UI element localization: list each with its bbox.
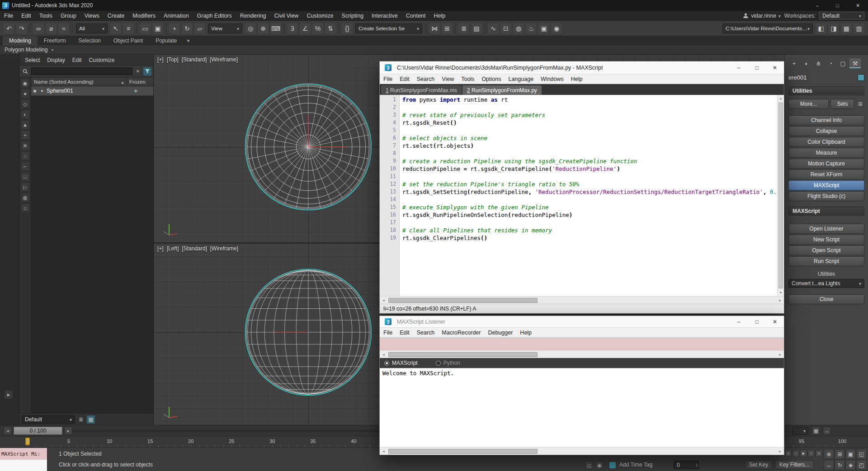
listener-menu-help[interactable]: Help [516, 330, 535, 336]
ribbon-tab-populate[interactable]: Populate [149, 36, 183, 45]
menu-group[interactable]: Group [57, 11, 80, 20]
window-crossing-toggle-icon[interactable]: ▣ [152, 23, 164, 34]
menu-create[interactable]: Create [104, 11, 129, 20]
editor-menu-tools[interactable]: Tools [458, 76, 478, 82]
groups-filter-icon[interactable]: □ [21, 172, 30, 181]
listener-menu-macrorecorder[interactable]: MacroRecorder [438, 330, 484, 336]
editor-titlebar[interactable]: 3 C:\Users\Vidar Rinne\Documents\3dsMax\… [380, 61, 784, 74]
key-filters-button[interactable]: Key Filters... [775, 460, 814, 469]
modify-tab-icon[interactable]: ◗ [801, 58, 812, 68]
user-account-menu[interactable]: vidar.rinne [743, 13, 780, 19]
utility-button-maxscript[interactable]: MAXScript [788, 180, 864, 190]
viewport-menu-style[interactable]: [Standard] [182, 245, 207, 252]
selection-lock-icon[interactable]: ◉ [595, 461, 604, 469]
menu-tools[interactable]: Tools [35, 11, 57, 20]
utilities-script-dropdown[interactable]: Convert t...ea Lights [788, 279, 864, 288]
object-color-swatch[interactable] [858, 74, 864, 81]
scrollbar-thumb[interactable] [388, 449, 538, 454]
next-frame-icon[interactable]: › [808, 450, 815, 457]
utility-button-measure[interactable]: Measure [788, 148, 864, 158]
scrollbar-thumb[interactable] [778, 103, 783, 288]
select-and-move-icon[interactable]: + [169, 23, 180, 34]
visibility-icon[interactable]: ◉ [31, 89, 38, 93]
viewport-menu-style[interactable]: [Standard] [182, 57, 207, 63]
go-to-end-icon[interactable]: » [816, 450, 822, 457]
explorer-menu-customize[interactable]: Customize [85, 57, 118, 63]
particles-filter-icon[interactable]: ∴ [21, 151, 30, 160]
expand-panel-icon[interactable] [4, 390, 13, 399]
editor-menu-file[interactable]: File [380, 76, 396, 82]
scroll-down-icon[interactable] [778, 289, 784, 296]
select-and-link-icon[interactable]: ∞ [33, 23, 44, 34]
track-view-icon[interactable]: ▦ [812, 427, 820, 435]
menu-interactive[interactable]: Interactive [368, 11, 402, 20]
menu-file[interactable]: File [0, 11, 17, 20]
bind-to-spacewarp-icon[interactable]: ≈ [58, 23, 70, 34]
rectangular-selection-region-icon[interactable]: ▭ [139, 23, 151, 34]
unlink-selection-icon[interactable]: ⌀ [45, 23, 57, 34]
previous-frame-icon[interactable]: ◂ [4, 427, 12, 435]
column-header-frozen[interactable]: Frozen [127, 77, 153, 86]
display-all-filter-icon[interactable]: ◉ [21, 79, 30, 88]
maximize-icon[interactable]: □ [748, 316, 766, 327]
render-shaded-icon[interactable]: ◧ [815, 23, 827, 34]
field-of-view-icon[interactable]: ◈ [845, 460, 856, 470]
viewport-menu-view[interactable]: [Left] [167, 245, 179, 252]
workspace-dropdown[interactable]: Default [819, 12, 864, 19]
align-icon[interactable]: ⊞ [441, 23, 453, 34]
utility-button-color-clipboard[interactable]: Color Clipboard [788, 137, 864, 147]
listener-menu-debugger[interactable]: Debugger [484, 330, 516, 336]
menu-civil-view[interactable]: Civil View [270, 11, 302, 20]
minimize-icon[interactable]: – [730, 316, 748, 327]
hierarchy-tab-icon[interactable]: ⋔ [813, 58, 824, 68]
menu-content[interactable]: Content [402, 11, 430, 20]
play-icon[interactable]: ► [800, 450, 807, 457]
listener-titlebar[interactable]: 3 MAXScript Listener – □ ✕ [380, 316, 784, 328]
timeline-options-dropdown[interactable] [792, 427, 808, 435]
scroll-left-icon[interactable] [380, 297, 387, 304]
shapes-filter-icon[interactable]: ◇ [21, 99, 30, 108]
bones-filter-icon[interactable]: ⌐ [21, 162, 30, 171]
percent-snap-icon[interactable]: % [312, 23, 324, 34]
viewport-menu-general[interactable]: [+] [157, 245, 164, 252]
rendered-frame-window-icon[interactable]: ▣ [538, 23, 550, 34]
display-tab-icon[interactable]: ▢ [837, 58, 849, 68]
minimize-icon[interactable] [807, 0, 827, 11]
editor-menu-view[interactable]: View [438, 76, 458, 82]
project-folder-field[interactable]: C:\Users\Vidar Rinne\Documents\3ds Max 2… [722, 24, 813, 33]
zoom-extents-icon[interactable]: ▣ [845, 449, 856, 459]
utility-button-channel-info[interactable]: Channel Info [788, 115, 864, 125]
scroll-right-icon[interactable] [776, 447, 784, 455]
scroll-right-icon[interactable] [776, 297, 784, 304]
pan-icon[interactable]: ↔ [824, 460, 834, 470]
macro-recorder-scrollbar[interactable] [380, 350, 784, 358]
editor-gutter[interactable]: 12345678910111213141516171819 [380, 95, 400, 296]
editor-menu-options[interactable]: Options [478, 76, 505, 82]
menu-modifiers[interactable]: Modifiers [128, 11, 160, 20]
viewport-menu-view[interactable]: [Top] [167, 57, 179, 63]
utility-button-reset-xform[interactable]: Reset XForm [788, 170, 864, 179]
clear-search-icon[interactable] [134, 67, 142, 75]
viewport-menu-general[interactable]: [+] [157, 57, 164, 63]
redo-icon[interactable]: ↷ [16, 23, 28, 34]
editor-menu-windows[interactable]: Windows [537, 76, 567, 82]
layer-list-icon[interactable]: ≣ [77, 415, 85, 424]
ribbon-tab-modeling[interactable]: Modeling [3, 36, 38, 45]
editor-menu-edit[interactable]: Edit [396, 76, 413, 82]
add-time-tag-button[interactable]: Add Time Tag [619, 462, 652, 468]
containers-filter-icon[interactable]: ⌂ [21, 203, 30, 212]
mirror-icon[interactable]: ⋈ [429, 23, 440, 34]
toggle-layer-explorer-icon[interactable]: ▤ [471, 23, 482, 34]
editor-code[interactable]: from pymxs import runtime as rt # reset … [400, 95, 777, 296]
render-iterative-icon[interactable]: ◨ [828, 23, 840, 34]
menu-animation[interactable]: Animation [160, 11, 193, 20]
ribbon-tab-selection[interactable]: Selection [72, 36, 107, 45]
render-last-icon[interactable]: ▦ [840, 23, 852, 34]
maxscript-button-open-listener[interactable]: Open Listener [788, 224, 864, 234]
scroll-left-icon[interactable] [380, 351, 387, 358]
timeline-pan-icon[interactable]: ↔ [823, 427, 831, 435]
selection-filter-dropdown[interactable]: All [76, 24, 108, 33]
maxscript-radio[interactable]: MAXScript [384, 360, 418, 366]
close-icon[interactable] [848, 0, 868, 11]
scene-object-row[interactable]: ◉ ● Sphere001 ∗ [31, 86, 153, 96]
